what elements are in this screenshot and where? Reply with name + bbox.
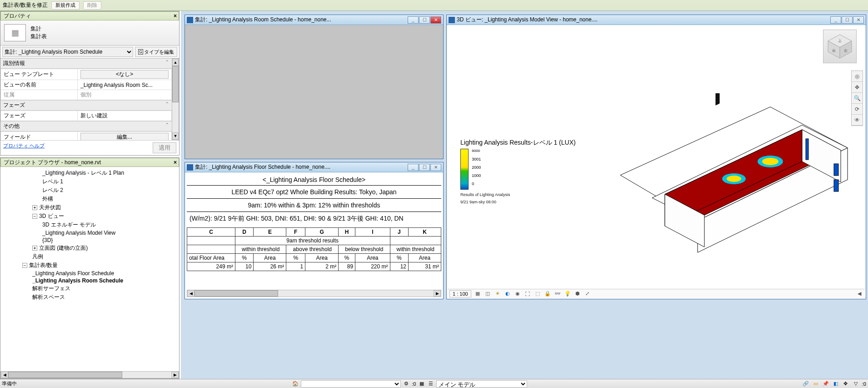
drag-elements-icon[interactable]: ✥ xyxy=(842,380,849,388)
render-icon[interactable]: ◉ xyxy=(514,290,521,297)
maximize-button[interactable]: ☐ xyxy=(419,16,430,24)
scroll-left-icon[interactable]: ◀ xyxy=(187,290,195,297)
window-floor-schedule[interactable]: 集計: _Lighting Analysis Floor Schedule - … xyxy=(185,162,444,299)
tree-expander-icon[interactable]: − xyxy=(32,214,37,219)
scroll-up-icon[interactable]: ▲ xyxy=(172,59,179,66)
tree-item[interactable]: レベル 2 xyxy=(2,186,177,195)
type-selector[interactable]: ▦ 集計 集計表 xyxy=(0,20,179,45)
view-cube[interactable]: 上 前 右 xyxy=(823,30,857,63)
shadows-icon[interactable]: ◐ xyxy=(504,290,511,297)
window-floor-schedule-titlebar[interactable]: 集計: _Lighting Analysis Floor Schedule - … xyxy=(185,162,443,172)
group-other[interactable]: その他 ⌃ xyxy=(0,121,172,131)
window-room-schedule-titlebar[interactable]: 集計: _Lighting Analysis Room Schedule - h… xyxy=(185,15,443,25)
tree-item[interactable]: 外構 xyxy=(2,195,177,203)
scale-value[interactable]: 1 : 100 xyxy=(449,290,471,297)
lock-3d-icon[interactable]: 🔒 xyxy=(544,290,551,297)
minimize-button[interactable]: _ xyxy=(830,16,841,24)
chevron-left-icon[interactable]: ◀ xyxy=(856,290,863,297)
filter-icon[interactable]: ☰ xyxy=(427,380,434,388)
instance-selector[interactable]: 集計: _Lighting Analysis Room Schedule xyxy=(2,47,133,57)
reveal-hidden-icon[interactable]: 💡 xyxy=(564,290,571,297)
tree-item[interactable]: _Lighting Analysis Floor Schedule xyxy=(2,270,177,277)
tree-item[interactable]: レベル 1 xyxy=(2,177,177,186)
tree-item[interactable]: 凡例 xyxy=(2,252,177,261)
workset-selector[interactable] xyxy=(301,380,401,388)
select-links-icon[interactable]: 🔗 xyxy=(802,380,809,388)
sun-path-icon[interactable]: ☀ xyxy=(494,290,501,297)
maximize-button[interactable]: ☐ xyxy=(842,16,853,24)
analytical-model-icon[interactable]: ⬢ xyxy=(574,290,581,297)
edit-type-icon: 🄶 xyxy=(138,49,143,55)
tree-item[interactable]: 解析スペース xyxy=(2,293,177,302)
filter-selection-icon[interactable]: ▽ xyxy=(852,380,859,388)
tree-item[interactable]: 解析サーフェス xyxy=(2,284,177,293)
orbit-icon[interactable]: ⟳ xyxy=(852,104,863,115)
group-phase[interactable]: フェーズ ⌃ xyxy=(0,100,172,111)
visual-style-icon[interactable]: ◫ xyxy=(484,290,491,297)
project-browser-close-icon[interactable]: × xyxy=(174,159,177,166)
window-3d-view[interactable]: 3D ビュー: _Lighting Analysis Model View - … xyxy=(446,15,866,299)
tree-item[interactable]: _Lighting Analysis - レベル 1 Plan xyxy=(2,169,177,177)
minimize-button[interactable]: _ xyxy=(408,164,419,171)
close-button[interactable]: ✕ xyxy=(853,16,864,24)
maximize-button[interactable]: ☐ xyxy=(419,164,430,171)
main-model-selector[interactable]: メイン モデル xyxy=(436,380,527,388)
prop-value-view-template[interactable]: <なし> xyxy=(80,70,169,79)
detail-level-icon[interactable]: ▦ xyxy=(474,290,481,297)
window-room-schedule[interactable]: 集計: _Lighting Analysis Room Schedule - h… xyxy=(185,15,444,159)
tree-expander-icon[interactable]: + xyxy=(32,205,37,210)
close-button[interactable]: ✕ xyxy=(430,164,441,171)
nav-bar[interactable]: ◎ ✥ 🔍 ⟳ 👁 xyxy=(851,71,863,126)
tree-item[interactable]: −集計表/数量 xyxy=(2,261,177,270)
scroll-down-icon[interactable]: ▼ xyxy=(172,132,179,140)
properties-close-icon[interactable]: × xyxy=(174,13,177,19)
delete-button[interactable]: 削除 xyxy=(83,1,101,10)
tree-item[interactable]: _Lighting Analysis Model View xyxy=(2,229,177,237)
close-button[interactable]: ✕ xyxy=(430,16,441,24)
floor-schedule-table: C D E F G H I J K 9am threshold results xyxy=(187,227,441,271)
look-icon[interactable]: 👁 xyxy=(852,115,863,126)
zoom-icon[interactable]: 🔍 xyxy=(852,93,863,104)
select-pinned-icon[interactable]: 📌 xyxy=(822,380,829,388)
crop-view-icon[interactable]: ⛶ xyxy=(524,290,531,297)
scroll-right-icon[interactable]: ▶ xyxy=(171,372,179,378)
crop-region-icon[interactable]: ⬚ xyxy=(534,290,541,297)
temp-hide-icon[interactable]: 👓 xyxy=(554,290,561,297)
window-3d-view-titlebar[interactable]: 3D ビュー: _Lighting Analysis Model View - … xyxy=(447,15,866,25)
steering-wheel-icon[interactable]: ◎ xyxy=(852,71,863,82)
view-control-bar[interactable]: 1 : 100 ▦ ◫ ☀ ◐ ◉ ⛶ ⬚ 🔒 👓 💡 ⬢ ⤢ ◀ xyxy=(448,289,865,298)
edit-fields-button[interactable]: 編集... xyxy=(80,133,169,140)
data-row[interactable]: 249 m² 10 26 m² 1 2 m² 89 220 m² 12 31 m… xyxy=(187,262,441,271)
properties-scrollbar[interactable]: ▲ ▼ xyxy=(172,58,179,140)
scroll-right-icon[interactable]: ▶ xyxy=(434,290,441,297)
floor-schedule-scrollbar[interactable]: ◀ ▶ xyxy=(187,290,441,297)
highlight-displace-icon[interactable]: ⤢ xyxy=(584,290,591,297)
apply-button[interactable]: 適用 xyxy=(153,142,176,153)
tree-item[interactable]: +天井伏図 xyxy=(2,203,177,212)
minimize-button[interactable]: _ xyxy=(408,16,419,24)
tree-item[interactable]: {3D} xyxy=(2,237,177,244)
select-face-icon[interactable]: ◧ xyxy=(832,380,839,388)
tree-item[interactable]: _Lighting Analysis Room Schedule xyxy=(2,277,177,284)
properties-help-link[interactable]: プロパティ ヘルプ xyxy=(3,142,45,153)
window-room-schedule-title: 集計: _Lighting Analysis Room Schedule - h… xyxy=(195,16,408,24)
new-button[interactable]: 新規作成 xyxy=(51,1,80,10)
tree-item[interactable]: −3D ビュー xyxy=(2,212,177,221)
select-underlay-icon[interactable]: ▭ xyxy=(812,380,819,388)
tree-item[interactable]: 3D エネルギー モデル xyxy=(2,221,177,229)
scroll-left-icon[interactable]: ◀ xyxy=(1,372,8,378)
group-identification[interactable]: 識別情報 ⌃ xyxy=(0,58,172,69)
worksets-icon[interactable]: 🏠 xyxy=(292,380,299,388)
design-options-icon[interactable]: ⚙ xyxy=(403,380,410,388)
pan-icon[interactable]: ✥ xyxy=(852,82,863,93)
3d-view-canvas[interactable]: 上 前 右 ◎ ✥ 🔍 ⟳ 👁 Lighting Analysis Result… xyxy=(447,25,866,299)
browser-scrollbar-h[interactable]: ◀ ▶ xyxy=(0,371,179,378)
project-browser-tree[interactable]: _Lighting Analysis - レベル 1 Planレベル 1レベル … xyxy=(0,167,179,371)
tree-expander-icon[interactable]: − xyxy=(22,263,27,268)
prop-value-view-name[interactable]: _Lighting Analysis Room Sc... xyxy=(78,80,172,90)
prop-value-phase[interactable]: 新しい建設 xyxy=(78,111,172,121)
tree-item[interactable]: +立面図 (建物の立面) xyxy=(2,244,177,252)
edit-type-button[interactable]: 🄶 タイプを編集 xyxy=(135,47,177,57)
editable-only-icon[interactable]: ▦ xyxy=(418,380,425,388)
tree-expander-icon[interactable]: + xyxy=(32,246,37,251)
